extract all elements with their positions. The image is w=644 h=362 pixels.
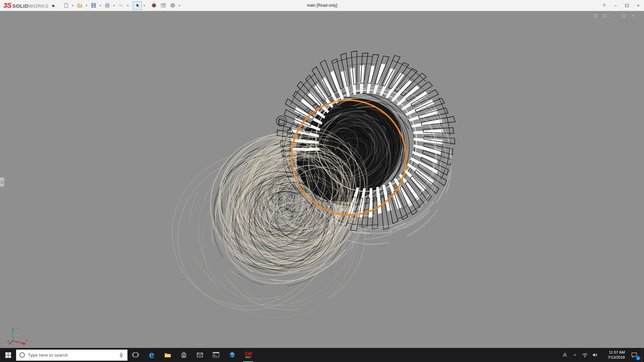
chevron-down-icon: ▾: [179, 4, 180, 7]
edge-icon: e: [149, 350, 154, 360]
document-pane-icon[interactable]: [592, 13, 598, 18]
file-explorer-button[interactable]: [160, 348, 176, 362]
print-dropdown[interactable]: ▾: [112, 1, 116, 9]
triad-x-axis: [13, 341, 24, 344]
chevron-down-icon: ▾: [144, 4, 145, 7]
brand-solid-text: SOLID: [12, 3, 29, 9]
solidworks-app-button[interactable]: SW 2017: [240, 348, 256, 362]
undo-arrow-icon: [118, 3, 124, 8]
taskbar-clock[interactable]: 11:57 AM 7/13/2018: [600, 350, 627, 360]
triad-y-arrow: [12, 327, 14, 330]
select-button[interactable]: [133, 1, 142, 10]
titlebar: 3S SOLID WORKS ▶ ▾ ▾ ▾ ▾ ▾ ▾: [0, 0, 644, 11]
microphone-icon[interactable]: [118, 352, 124, 358]
action-center-button[interactable]: 3: [627, 348, 642, 362]
undo-button[interactable]: [116, 1, 125, 10]
open-button[interactable]: [75, 1, 84, 10]
document-restore-button[interactable]: [621, 13, 627, 18]
speaker-icon: [591, 351, 599, 359]
triad-x-arrow: [23, 343, 26, 345]
cortana-icon: [19, 352, 25, 358]
design-table-button[interactable]: [159, 1, 168, 10]
show-desktop-button[interactable]: [642, 348, 644, 362]
reference-triad: Y X Z: [7, 325, 29, 347]
graphics-viewport[interactable]: – × Y X Z *Dimetric: [0, 11, 644, 348]
windows-logo-icon: [5, 352, 11, 358]
help-icon: ?: [603, 3, 605, 8]
save-floppy-icon: [91, 3, 96, 8]
left-panel-flyout-tab[interactable]: [0, 177, 4, 187]
new-document-button[interactable]: [61, 1, 70, 10]
file-explorer-icon: [164, 351, 172, 359]
system-tray: 11:57 AM 7/13/2018 3: [560, 348, 644, 362]
triad-x-label: X: [26, 339, 28, 342]
maximize-icon: [625, 4, 629, 7]
hidden-icons-button[interactable]: [570, 348, 580, 362]
notification-badge: 3: [636, 356, 641, 361]
search-placeholder-text: Type here to search: [28, 353, 115, 358]
open-dropdown[interactable]: ▾: [85, 1, 89, 9]
new-document-icon: [63, 3, 69, 8]
document-window-controls: – ×: [592, 13, 636, 18]
start-button[interactable]: [0, 348, 16, 362]
mail-envelope-icon: [196, 351, 204, 359]
chevron-up-icon: [572, 352, 578, 358]
toolbar-flyout-arrow[interactable]: ▶: [51, 1, 57, 9]
window-controls: ? – ×: [598, 0, 644, 11]
chevron-down-icon: ▾: [100, 4, 101, 7]
task-view-button[interactable]: [127, 348, 144, 362]
clock-time: 11:57 AM: [600, 350, 625, 355]
document-minimize-button[interactable]: –: [611, 13, 617, 18]
close-icon: ×: [637, 3, 640, 8]
print-icon: [105, 3, 110, 8]
design-table-icon: [161, 3, 166, 8]
network-wifi-icon: [581, 351, 589, 359]
3d-cube-icon: [228, 351, 236, 359]
task-view-icon: [131, 351, 140, 359]
print-button[interactable]: [103, 1, 112, 10]
people-icon: [561, 351, 569, 359]
close-button[interactable]: ×: [633, 0, 644, 11]
appearance-sphere-icon: [151, 3, 157, 8]
command-prompt-button[interactable]: [208, 348, 224, 362]
taskbar-search[interactable]: Type here to search: [16, 350, 127, 361]
page-icon: [603, 14, 606, 17]
maximize-button[interactable]: [621, 0, 633, 11]
options-gear-icon: [170, 3, 175, 8]
store-bag-icon: [180, 351, 188, 359]
options-button[interactable]: [168, 1, 177, 10]
command-prompt-icon: [212, 351, 220, 359]
chevron-down-icon: ▾: [113, 4, 115, 7]
solidworks-app-icon: SW: [245, 351, 252, 356]
help-button[interactable]: ?: [598, 0, 610, 11]
minimize-icon: –: [614, 3, 616, 8]
mail-button[interactable]: [192, 348, 208, 362]
page-icon: [594, 14, 597, 17]
network-button[interactable]: [580, 348, 590, 362]
engine-wireframe-model[interactable]: [0, 11, 644, 348]
windows-taskbar: Type here to search e SW 2017: [0, 348, 644, 362]
minimize-button[interactable]: –: [610, 0, 621, 11]
edge-browser-button[interactable]: e: [144, 348, 160, 362]
save-button[interactable]: [89, 1, 98, 10]
select-dropdown[interactable]: ▾: [142, 1, 146, 9]
flyout-arrow-icon: ▶: [52, 4, 55, 7]
options-dropdown[interactable]: ▾: [177, 1, 181, 9]
store-button[interactable]: [176, 348, 192, 362]
triad-z-axis: [9, 341, 13, 344]
chevron-down-icon: ▾: [86, 4, 87, 7]
3d-viewer-button[interactable]: [224, 348, 240, 362]
new-document-dropdown[interactable]: ▾: [71, 1, 75, 9]
undo-dropdown[interactable]: ▾: [126, 1, 130, 9]
document-close-button[interactable]: ×: [630, 13, 636, 18]
chevron-down-icon: ▾: [127, 4, 128, 7]
people-button[interactable]: [560, 348, 570, 362]
appearance-button[interactable]: [149, 1, 158, 10]
save-dropdown[interactable]: ▾: [98, 1, 102, 9]
solidworks-year-label: 2017: [246, 356, 251, 359]
document-pane-icon-2[interactable]: [602, 13, 608, 18]
clock-date: 7/13/2018: [600, 355, 625, 360]
chevron-down-icon: ▾: [72, 4, 73, 7]
volume-button[interactable]: [590, 348, 600, 362]
restore-icon: [622, 14, 625, 17]
